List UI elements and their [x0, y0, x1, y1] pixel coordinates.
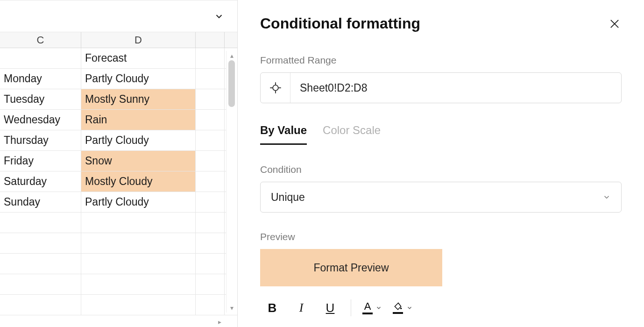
svg-point-7: [400, 308, 402, 309]
preview-label: Preview: [260, 231, 622, 242]
condition-label: Condition: [260, 164, 622, 175]
range-input[interactable]: [290, 82, 621, 94]
table-row: [0, 233, 237, 254]
cell[interactable]: Mostly Sunny: [81, 89, 196, 109]
chevron-down-icon: [406, 305, 413, 311]
panel-title: Conditional formatting: [260, 15, 420, 32]
cell[interactable]: [0, 233, 81, 253]
chevron-down-icon: [375, 305, 382, 311]
table-row: TuesdayMostly Sunny: [0, 89, 237, 110]
cell[interactable]: [196, 89, 225, 109]
italic-button[interactable]: I: [289, 297, 313, 319]
cell[interactable]: Sunday: [0, 192, 81, 212]
chevron-down-icon: [602, 193, 611, 201]
table-row: [0, 274, 237, 295]
text-color-icon: A: [362, 301, 373, 314]
scroll-up-icon[interactable]: ▴: [226, 51, 237, 60]
cell[interactable]: Partly Cloudy: [81, 69, 196, 89]
tab-color-scale[interactable]: Color Scale: [323, 124, 381, 145]
fill-color-button[interactable]: [389, 302, 416, 314]
table-row: [0, 213, 237, 233]
condition-select[interactable]: Unique: [260, 182, 622, 213]
range-picker-icon[interactable]: [261, 73, 290, 103]
vertical-scrollbar[interactable]: ▴ ▾: [226, 51, 237, 313]
cell[interactable]: [196, 213, 225, 233]
cell[interactable]: [196, 151, 225, 171]
conditional-formatting-panel: Conditional formatting Formatted Range B…: [237, 0, 644, 327]
table-row: Forecast: [0, 48, 237, 69]
table-row: SaturdayMostly Cloudy: [0, 171, 237, 192]
cell[interactable]: Wednesday: [0, 110, 81, 130]
range-field: [260, 72, 622, 103]
column-header[interactable]: [196, 32, 225, 48]
panel-tabs: By Value Color Scale: [260, 124, 622, 145]
cell[interactable]: [81, 213, 196, 233]
table-row: MondayPartly Cloudy: [0, 69, 237, 89]
formula-bar[interactable]: [0, 0, 237, 32]
cell[interactable]: Thursday: [0, 130, 81, 150]
chevron-down-icon[interactable]: [214, 11, 224, 21]
toolbar-separator: [351, 299, 351, 316]
scrollbar-track[interactable]: [226, 60, 237, 303]
column-header[interactable]: C: [0, 32, 81, 48]
cell[interactable]: [196, 48, 225, 68]
cell[interactable]: [196, 274, 225, 294]
condition-value: Unique: [271, 191, 305, 204]
cell[interactable]: [0, 254, 81, 274]
close-icon[interactable]: [608, 17, 622, 31]
table-row: SundayPartly Cloudy: [0, 192, 237, 213]
cell[interactable]: [81, 274, 196, 294]
tab-by-value[interactable]: By Value: [260, 124, 307, 145]
underline-button[interactable]: U: [318, 297, 342, 319]
cell[interactable]: [196, 110, 225, 130]
cell[interactable]: [196, 171, 225, 192]
cell[interactable]: Partly Cloudy: [81, 130, 196, 150]
cell[interactable]: [196, 254, 225, 274]
cell[interactable]: Snow: [81, 151, 196, 171]
cell[interactable]: [0, 48, 81, 68]
cell[interactable]: [196, 233, 225, 253]
cell[interactable]: [196, 295, 225, 315]
cell[interactable]: [81, 295, 196, 315]
format-toolbar: B I U A: [260, 297, 622, 319]
format-preview: Format Preview: [260, 249, 442, 286]
scroll-right-icon[interactable]: ▸: [214, 318, 225, 326]
table-row: [0, 295, 237, 315]
cell[interactable]: [0, 213, 81, 233]
horizontal-scrollbar[interactable]: ▸: [0, 317, 225, 327]
svg-point-2: [273, 85, 278, 91]
cell[interactable]: [0, 295, 81, 315]
cell[interactable]: Friday: [0, 151, 81, 171]
grid: C D ForecastMondayPartly CloudyTuesdayMo…: [0, 32, 237, 315]
cell[interactable]: [196, 69, 225, 89]
cell[interactable]: Partly Cloudy: [81, 192, 196, 212]
cell[interactable]: [0, 274, 81, 294]
cell[interactable]: Mostly Cloudy: [81, 171, 196, 192]
bold-button[interactable]: B: [260, 297, 284, 319]
cell[interactable]: [81, 254, 196, 274]
paint-bucket-icon: [392, 302, 403, 314]
column-header[interactable]: D: [81, 32, 196, 48]
cell[interactable]: Monday: [0, 69, 81, 89]
cell[interactable]: Saturday: [0, 171, 81, 192]
cell[interactable]: Forecast: [81, 48, 196, 68]
cell[interactable]: Tuesday: [0, 89, 81, 109]
cell[interactable]: [196, 192, 225, 212]
range-label: Formatted Range: [260, 55, 622, 66]
table-row: ThursdayPartly Cloudy: [0, 130, 237, 151]
column-header-row: C D: [0, 32, 237, 48]
cell[interactable]: [196, 130, 225, 150]
table-row: WednesdayRain: [0, 110, 237, 130]
table-row: [0, 254, 237, 274]
cell[interactable]: [81, 233, 196, 253]
scrollbar-thumb[interactable]: [228, 60, 235, 107]
cell[interactable]: Rain: [81, 110, 196, 130]
table-row: FridaySnow: [0, 151, 237, 171]
spreadsheet-pane: C D ForecastMondayPartly CloudyTuesdayMo…: [0, 0, 237, 327]
scroll-down-icon[interactable]: ▾: [226, 303, 237, 313]
text-color-button[interactable]: A: [360, 301, 385, 314]
